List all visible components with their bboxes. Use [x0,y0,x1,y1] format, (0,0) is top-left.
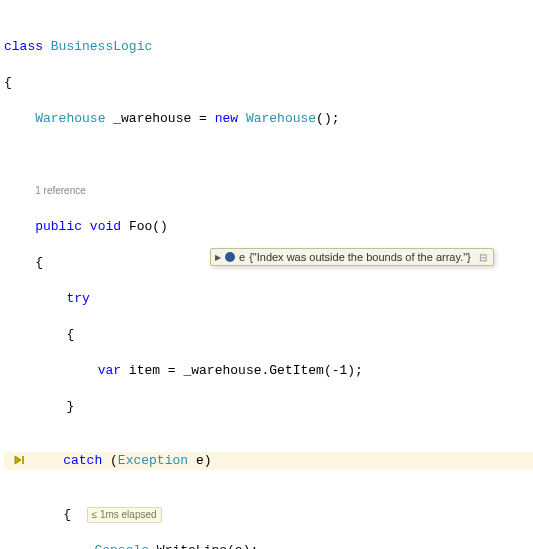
svg-rect-1 [22,456,24,464]
execution-pointer-icon [2,454,30,472]
debug-datatip[interactable]: ▶ e {"Index was outside the bounds of th… [210,248,494,266]
code-editor[interactable]: class BusinessLogic { Warehouse _warehou… [0,0,533,549]
current-execution-line: catch (Exception e) [4,452,533,470]
expand-arrow-icon[interactable]: ▶ [215,253,221,262]
variable-icon [225,252,235,262]
type-console: Console [94,543,149,549]
field-warehouse: _warehouse [113,111,191,126]
perf-elapsed-badge[interactable]: ≤ 1ms elapsed [87,507,162,523]
method-foo: Foo [129,219,152,234]
keyword-catch: catch [63,453,102,468]
type-warehouse: Warehouse [35,111,105,126]
brace-open: { [4,75,12,90]
keyword-void: void [90,219,121,234]
call-writeline: .WriteLine(e); [149,543,258,549]
keyword-public: public [35,219,82,234]
pin-icon[interactable]: ⊟ [479,252,487,263]
var-item: item [129,363,160,378]
keyword-new: new [215,111,238,126]
type-exception: Exception [118,453,188,468]
datatip-value: {"Index was outside the bounds of the ar… [249,251,471,263]
catch-var-e[interactable]: e [196,453,204,468]
keyword-class: class [4,39,51,54]
keyword-var: var [98,363,121,378]
svg-marker-0 [15,456,21,464]
codelens-ref[interactable]: 1 reference [35,185,86,196]
datatip-variable: e [239,251,245,263]
call-getitem: _warehouse.GetItem(-1); [183,363,362,378]
type-businesslogic: BusinessLogic [51,39,152,54]
ctor-warehouse: Warehouse [246,111,316,126]
keyword-try: try [66,291,89,306]
